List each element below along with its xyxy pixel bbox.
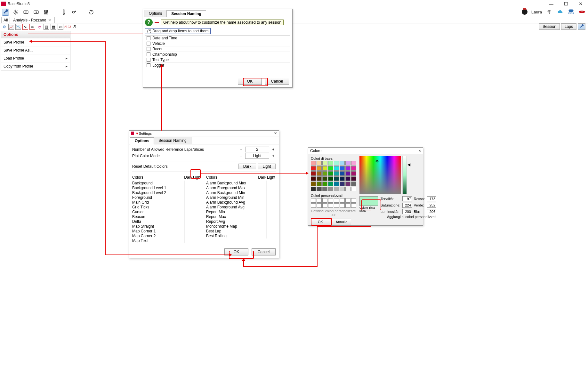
basic-color-swatch[interactable] [317, 176, 322, 181]
stopwatch-icon[interactable]: ⏱ [72, 24, 77, 30]
check-vehicle[interactable]: Vehicle [145, 41, 290, 46]
basic-color-swatch[interactable] [351, 182, 356, 186]
custom-color-slot[interactable] [311, 198, 316, 203]
ref-value[interactable]: 2 [245, 147, 269, 152]
light-swatch[interactable] [193, 190, 193, 195]
basic-color-swatch[interactable] [345, 182, 350, 186]
basic-color-swatch[interactable] [340, 161, 345, 166]
define-colors-link[interactable]: Definisci colori personalizzati >> [311, 209, 356, 217]
light-swatch[interactable] [193, 229, 193, 234]
close-button[interactable]: ✕ [573, 0, 588, 8]
light-swatch[interactable] [267, 200, 267, 205]
dark-swatch[interactable] [258, 195, 258, 200]
basic-color-swatch[interactable] [334, 166, 339, 171]
dark-swatch[interactable] [184, 224, 184, 229]
basic-color-swatch[interactable] [328, 176, 333, 181]
gear-icon[interactable]: ⚙ [1, 24, 7, 30]
dark-swatch[interactable] [184, 233, 184, 239]
basic-color-swatch[interactable] [345, 166, 350, 171]
basic-color-swatch[interactable] [351, 166, 356, 171]
dark-swatch[interactable] [184, 219, 184, 224]
dark-swatch[interactable] [184, 195, 184, 200]
basic-color-swatch[interactable] [322, 182, 327, 186]
dark-swatch[interactable] [184, 181, 184, 186]
tool-gear-icon[interactable] [12, 9, 19, 16]
tool-badge2-icon[interactable]: 2 [22, 9, 29, 16]
color-spectrum[interactable]: ✥ [359, 156, 401, 194]
dark-swatch[interactable] [184, 209, 184, 214]
light-swatch[interactable] [193, 214, 193, 219]
tab-analysis[interactable]: Analysis - Rozzano✕ [10, 17, 55, 23]
basic-color-swatch[interactable] [334, 161, 339, 166]
xy-icon[interactable]: xy [36, 24, 42, 30]
tool-loop-icon[interactable] [88, 9, 95, 16]
plot-minus-button[interactable]: - [239, 154, 243, 158]
light-swatch[interactable] [267, 205, 267, 210]
dark-swatch[interactable] [184, 185, 184, 190]
light-swatch[interactable] [267, 185, 267, 190]
basic-color-swatch[interactable] [328, 171, 333, 176]
help-icon[interactable]: ? [145, 19, 153, 26]
aim-logo-icon[interactable]: aim [578, 9, 585, 15]
bars-icon[interactable]: ▭ [58, 24, 63, 30]
basic-color-swatch[interactable] [317, 171, 322, 176]
basic-color-swatch[interactable] [351, 176, 356, 181]
check-date-time[interactable]: Date and Time [145, 36, 290, 41]
sn-cancel-button[interactable]: Cancel [265, 78, 289, 85]
sn-tab-options[interactable]: Options [144, 10, 167, 17]
light-swatch[interactable] [193, 224, 193, 229]
light-swatch[interactable] [193, 181, 193, 186]
wifi-icon[interactable] [546, 9, 553, 15]
basic-color-swatch[interactable] [322, 171, 327, 176]
set-tab-options[interactable]: Options [130, 137, 154, 144]
tab-all[interactable]: All [1, 17, 10, 23]
tool-puzzle-icon[interactable] [43, 9, 50, 16]
menu-copy-from-profile[interactable]: Copy from Profile [1, 62, 70, 70]
chart-icon-4[interactable]: ≋ [29, 24, 35, 30]
basic-color-swatch[interactable] [340, 182, 345, 186]
basic-color-swatch[interactable] [328, 166, 333, 171]
basic-color-swatch[interactable] [351, 161, 356, 166]
dark-swatch[interactable] [258, 181, 258, 186]
basic-color-swatch[interactable] [311, 166, 316, 171]
avatar-icon[interactable] [522, 9, 528, 15]
dark-swatch[interactable] [258, 185, 258, 190]
light-swatch[interactable] [193, 238, 193, 243]
grid-icon[interactable]: ▦ [51, 24, 56, 30]
reset-light-button[interactable]: Light [258, 164, 276, 169]
light-swatch[interactable] [267, 214, 267, 219]
basic-color-swatch[interactable] [345, 171, 350, 176]
basic-color-swatch[interactable] [351, 171, 356, 176]
light-swatch[interactable] [267, 229, 267, 234]
chart-icon-3[interactable]: ∿ [22, 24, 28, 30]
sat-input[interactable] [402, 203, 412, 208]
tool-temp-icon[interactable] [60, 9, 67, 16]
minimize-button[interactable]: — [544, 0, 559, 8]
basic-color-swatch[interactable] [322, 161, 327, 166]
tool-gear-plus-icon[interactable] [70, 9, 77, 16]
dark-swatch[interactable] [258, 224, 258, 229]
light-swatch[interactable] [267, 233, 267, 239]
sqrt-icon[interactable]: √123 [65, 24, 70, 30]
light-swatch[interactable] [267, 209, 267, 214]
light-swatch[interactable] [267, 195, 267, 200]
basic-color-swatch[interactable] [311, 182, 316, 186]
menu-load-profile[interactable]: Load Profile [1, 54, 70, 62]
basic-color-swatch[interactable] [322, 187, 327, 191]
light-swatch[interactable] [193, 195, 193, 200]
dark-swatch[interactable] [184, 200, 184, 205]
cloud-icon[interactable] [557, 9, 564, 15]
basic-color-swatch[interactable] [322, 166, 327, 171]
settings-close-icon[interactable]: ✕ [274, 131, 277, 135]
basic-color-swatch[interactable] [351, 187, 356, 191]
basic-color-swatch[interactable] [340, 166, 345, 171]
tab-laps[interactable]: Laps [561, 23, 576, 30]
light-swatch[interactable] [193, 200, 193, 205]
basic-color-swatch[interactable] [345, 176, 350, 181]
dark-swatch[interactable] [258, 214, 258, 219]
menu-save-profile-as[interactable]: Save Profile As... [1, 46, 70, 54]
tool-badge3-icon[interactable]: 3 [33, 9, 40, 16]
basic-color-swatch[interactable] [322, 176, 327, 181]
basic-color-swatch[interactable] [328, 187, 333, 191]
dark-swatch[interactable] [184, 205, 184, 210]
